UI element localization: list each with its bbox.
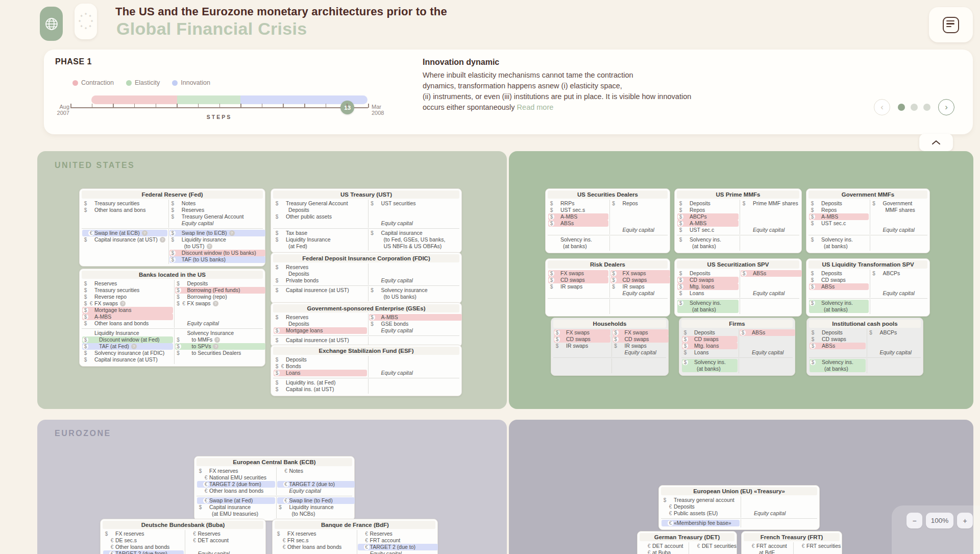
currency-symbols: € <box>662 520 674 526</box>
currency-symbols: $ <box>549 213 560 220</box>
bs-item-label <box>752 336 795 343</box>
bs-item: $Liquidity Insurance(at Fed) <box>274 236 367 250</box>
currency-symbols: $ <box>613 329 625 335</box>
dynamic-title: Innovation dynamic <box>423 58 499 67</box>
bs-item-label: Equity capital <box>753 290 801 297</box>
currency-symbols: $ <box>170 256 182 262</box>
help-icon[interactable]: ? <box>131 344 137 349</box>
read-more-link[interactable]: Read more <box>517 103 554 111</box>
bs-item-label: National EMU securities <box>209 474 275 481</box>
bs-item-label: UST sec.s <box>560 207 608 213</box>
currency-symbols: $ <box>554 336 566 342</box>
bs-item-label: A-MBS <box>821 213 868 220</box>
bs-item-label: FRT securities <box>806 543 842 549</box>
bs-item-label: Capital ins. (at UST) <box>286 386 366 393</box>
euro-icon <box>203 504 209 511</box>
bs-item-label: Treasury General AccountDeposits <box>286 200 366 213</box>
currency-symbols: € <box>641 549 652 554</box>
legend-dot-icon <box>72 80 78 86</box>
bs-upper-section: $Treasury general account€Deposits€Publi… <box>661 496 817 518</box>
zoom-level[interactable]: 100% <box>926 513 953 528</box>
legend-label: Innovation <box>181 79 210 86</box>
chevron-up-icon <box>932 140 941 145</box>
euro-icon <box>815 207 821 213</box>
help-icon[interactable]: ? <box>120 301 126 306</box>
currency-symbols: $ <box>678 200 690 207</box>
assets-column: €«Membership fee base» <box>661 519 741 527</box>
bs-item-label: Prime MMF shares <box>753 200 801 207</box>
liabilities-column: €Notes €TARGET 2 (due to)Equity capital <box>277 467 356 495</box>
carousel-dot[interactable] <box>898 104 905 111</box>
euro-icon <box>874 329 879 336</box>
bs-item: $Borrowing (repo) <box>175 294 266 300</box>
legend-item: Innovation <box>172 79 210 86</box>
bs-item-label <box>381 356 462 363</box>
currency-symbols: $ <box>274 379 286 386</box>
euro-icon <box>375 200 381 207</box>
dollar-icon: $ <box>810 359 816 365</box>
bs-item <box>741 283 802 290</box>
currency-symbols: $ <box>678 290 690 297</box>
bs-item: $Treasury securities <box>82 200 167 207</box>
balance-sheet-ust: US Treasury (UST)$Treasury General Accou… <box>271 188 462 253</box>
bs-item: Equity capital <box>741 290 802 297</box>
bs-item: $ABCPs <box>868 329 924 336</box>
dollar-icon <box>662 510 668 517</box>
bs-item-label: Mtg. loans <box>694 343 737 349</box>
euro-icon <box>683 300 689 306</box>
currency-symbols: € <box>186 537 198 544</box>
bs-item-label: TARGET 2 (due from) <box>115 550 183 554</box>
assets-column: $Deposits$CD swaps$ABSs <box>809 329 867 357</box>
bs-item-label <box>753 213 801 220</box>
notes-button[interactable] <box>929 7 973 42</box>
liabilities-column: $Capital insurance(to Fed, GSEs, US bank… <box>369 229 463 251</box>
euro-icon: € <box>668 503 673 510</box>
timeline-phase-bar <box>91 95 368 104</box>
zoom-out-button[interactable]: − <box>906 513 922 528</box>
currency-symbols: $ <box>370 314 381 320</box>
svg-text:✦: ✦ <box>80 24 83 29</box>
euro-icon <box>815 283 821 290</box>
carousel-dot[interactable] <box>923 104 930 111</box>
eu-stars-badge[interactable]: ✦ ✦ ✦ ✦ ✦ ✦ ✦ ✦ <box>75 4 97 39</box>
help-icon[interactable]: ? <box>229 230 235 236</box>
dollar-icon: $ <box>176 300 181 307</box>
bs-insurance-section: Liquidity Insurance$Discount window (at … <box>82 328 263 364</box>
help-icon[interactable]: ? <box>207 244 212 249</box>
collapse-panel-button[interactable] <box>919 134 953 151</box>
euro-icon <box>560 336 566 342</box>
balance-sheet-esf: Exchange Stabilizaion Fund (ESF)$Deposit… <box>271 345 462 396</box>
zoom-in-button[interactable]: + <box>957 513 973 528</box>
bs-item-label: A-MBS <box>560 213 608 220</box>
help-icon[interactable]: ? <box>213 344 218 349</box>
bs-item: $ABSs <box>810 343 866 349</box>
legend-dot-icon <box>172 80 178 86</box>
help-icon[interactable]: ? <box>214 337 220 343</box>
bs-insurance-section: $Solvency ins.(at banks) <box>808 235 927 251</box>
carousel-dot[interactable] <box>911 104 918 111</box>
euro-icon: € <box>192 531 198 537</box>
currency-symbols: $ <box>274 327 286 333</box>
svg-text:✦: ✦ <box>84 12 88 16</box>
carousel-prev-button[interactable]: ‹ <box>874 99 890 115</box>
card-title: Government MMFs <box>808 190 927 199</box>
euro-icon <box>746 329 751 335</box>
bs-upper-section: $Deposits$Repos$A-MBS$UST sec.c$Governme… <box>808 200 927 234</box>
currency-symbols: $ <box>810 220 821 227</box>
dollar-icon: $ <box>274 200 280 207</box>
bs-item: €Swap line (at ECB)? <box>82 230 167 236</box>
globe-badge[interactable] <box>40 7 63 41</box>
bs-item-label <box>560 306 608 313</box>
euro-icon <box>877 270 883 277</box>
help-icon[interactable]: ? <box>213 301 218 306</box>
bs-item-label: ABSs <box>753 270 801 277</box>
bs-item: $RRPs <box>548 200 608 207</box>
assets-column: $Solvency ins.(at banks) <box>808 299 870 314</box>
bs-item-label: Other loans and bons <box>94 207 167 213</box>
help-icon[interactable]: ? <box>142 230 148 236</box>
bs-item: $Solvency ins.(at banks) <box>677 300 739 313</box>
help-icon[interactable]: ? <box>160 237 165 243</box>
bs-item: $Other loans and bons <box>82 207 167 213</box>
carousel-next-button[interactable]: › <box>938 99 954 115</box>
assets-column: $Deposits$Repos$ABCPs$A-MBS$UST sec.c <box>677 200 740 234</box>
